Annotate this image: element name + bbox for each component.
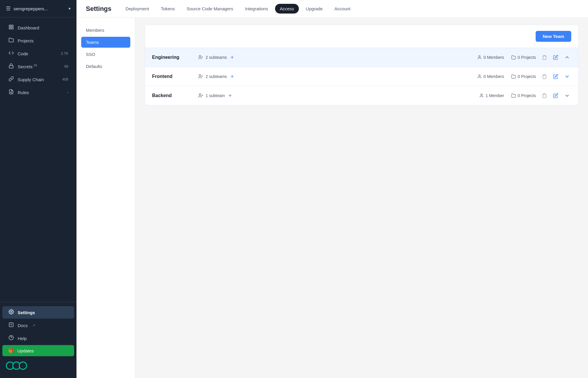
sidebar-item-secrets[interactable]: Secrets 69 69 <box>2 60 74 73</box>
teams-header: New Team <box>145 25 578 48</box>
beta-badge: 69 <box>34 64 37 67</box>
content-area: Members Teams SSO Defaults New Team Engi… <box>76 18 588 378</box>
subteams-info: 1 subteam + <box>198 92 474 99</box>
subnav-item-members[interactable]: Members <box>81 25 130 36</box>
projects-stat: 0 Projects <box>511 74 536 79</box>
subnav-item-sso[interactable]: SSO <box>81 49 130 60</box>
tab-tokens[interactable]: Tokens <box>156 4 180 14</box>
trash-icon <box>542 55 547 60</box>
svg-rect-3 <box>9 28 11 29</box>
sidebar-item-settings[interactable]: Settings <box>2 306 74 319</box>
projects-count: 0 Projects <box>518 55 536 60</box>
sidebar-item-projects[interactable]: Projects <box>2 34 74 47</box>
new-team-button[interactable]: New Team <box>536 31 571 42</box>
subnav-item-defaults[interactable]: Defaults <box>81 61 130 72</box>
sidebar-item-supply-chain[interactable]: Supply Chain 409 <box>2 73 74 86</box>
subteams-count: 1 subteam <box>206 93 225 98</box>
edit-button[interactable] <box>552 54 559 61</box>
svg-point-7 <box>11 311 12 313</box>
delete-button[interactable] <box>541 73 548 80</box>
members-stat: 0 Members <box>477 74 504 79</box>
edit-button[interactable] <box>552 73 559 80</box>
members-count: 0 Members <box>484 55 504 60</box>
sidebar-item-rules[interactable]: Rules › <box>2 86 74 99</box>
svg-point-13 <box>199 55 201 57</box>
team-actions <box>541 72 571 81</box>
tab-integrations[interactable]: Integrations <box>240 4 273 14</box>
sidebar-logo <box>0 357 76 374</box>
sidebar: ☰ semgrepeppers... ▾ Dashboard Projects … <box>0 0 76 378</box>
external-link-icon: ↗ <box>32 323 35 327</box>
tab-account[interactable]: Account <box>330 4 355 14</box>
sidebar-item-docs[interactable]: Docs ↗ <box>2 319 74 332</box>
members-count: 0 Members <box>484 74 504 79</box>
subteams-info: 2 subteams + <box>198 73 472 80</box>
sidebar-item-label: Rules <box>18 90 29 95</box>
projects-stat: 0 Projects <box>511 93 536 98</box>
secrets-badge: 69 <box>64 64 68 69</box>
delete-button[interactable] <box>541 54 548 61</box>
sidebar-item-label: Settings <box>18 310 35 315</box>
svg-rect-2 <box>12 28 13 29</box>
page-title: Settings <box>86 5 111 13</box>
members-stat: 0 Members <box>477 55 504 60</box>
subnav: Members Teams SSO Defaults <box>76 18 135 378</box>
hamburger-icon[interactable]: ☰ <box>6 5 11 12</box>
tab-deployment[interactable]: Deployment <box>121 4 154 14</box>
rules-icon <box>8 89 14 96</box>
team-name: Backend <box>152 93 193 98</box>
tab-access[interactable]: Access <box>275 4 299 14</box>
sidebar-item-label: Supply Chain <box>18 77 44 82</box>
tab-upgrade[interactable]: Upgrade <box>301 4 328 14</box>
logo-circle-3 <box>19 362 27 370</box>
team-name: Frontend <box>152 74 193 79</box>
delete-button[interactable] <box>541 92 548 99</box>
sidebar-item-label: Docs <box>18 323 28 328</box>
collapse-button[interactable] <box>563 53 571 61</box>
subteams-icon <box>198 74 203 79</box>
settings-icon <box>8 309 14 316</box>
expand-button[interactable] <box>563 72 571 81</box>
edit-icon <box>553 93 558 98</box>
chevron-up-icon <box>564 54 570 60</box>
table-row: Engineering 2 subteams + 0 Members <box>145 48 578 67</box>
members-icon <box>477 74 482 79</box>
supply-chain-badge: 409 <box>62 77 68 81</box>
sidebar-item-help[interactable]: Help <box>2 332 74 344</box>
projects-stat: 0 Projects <box>511 55 536 60</box>
team-name: Engineering <box>152 55 193 60</box>
sidebar-item-dashboard[interactable]: Dashboard <box>2 21 74 34</box>
subteams-icon <box>198 93 203 98</box>
edit-icon <box>553 55 558 60</box>
subteams-info: 2 subteams + <box>198 54 472 61</box>
supply-chain-icon <box>8 76 14 83</box>
add-subteam-button[interactable]: + <box>229 73 235 80</box>
expand-button[interactable] <box>563 91 571 100</box>
chevron-down-icon[interactable]: ▾ <box>69 6 71 11</box>
svg-point-16 <box>479 56 480 57</box>
edit-icon <box>553 74 558 79</box>
svg-rect-0 <box>9 25 11 26</box>
add-subteam-button[interactable]: + <box>227 92 233 99</box>
svg-point-21 <box>199 94 201 95</box>
org-name: semgrepeppers... <box>14 6 66 11</box>
top-nav: Settings Deployment Tokens Source Code M… <box>76 0 588 18</box>
projects-count: 0 Projects <box>518 93 536 98</box>
svg-point-24 <box>481 94 482 95</box>
svg-rect-1 <box>12 25 13 26</box>
secrets-icon <box>8 63 14 70</box>
tab-source-code-managers[interactable]: Source Code Managers <box>182 4 238 14</box>
semgrep-logo <box>6 362 27 370</box>
members-stat: 1 Member <box>479 93 504 98</box>
members-icon <box>477 55 482 60</box>
sidebar-item-updates[interactable]: 🎁 Updates <box>2 345 74 356</box>
edit-button[interactable] <box>552 92 559 99</box>
sidebar-item-label: Projects <box>18 38 34 43</box>
subnav-item-teams[interactable]: Teams <box>81 37 130 48</box>
sidebar-item-code[interactable]: Code 2.7K <box>2 47 74 60</box>
trash-icon <box>542 74 547 79</box>
sidebar-item-label: Dashboard <box>18 25 39 30</box>
add-subteam-button[interactable]: + <box>229 54 235 61</box>
svg-point-17 <box>199 74 201 76</box>
chevron-right-icon: › <box>67 90 68 94</box>
